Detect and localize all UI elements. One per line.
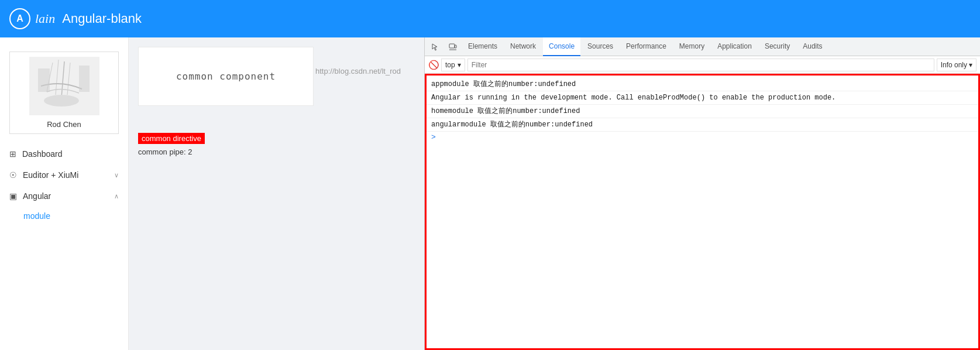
block-icon[interactable]: 🚫	[428, 60, 439, 70]
devtools-toolbar: 🚫 top ▾ Info only ▾	[425, 56, 980, 74]
angular-icon: ▣	[9, 191, 17, 201]
app-header: A lain Angular-blank	[0, 0, 980, 37]
directive-section: common directive common pipe: 2	[138, 133, 415, 156]
devtools-panel: Elements Network Console Sources Perform…	[424, 37, 980, 350]
console-prompt[interactable]: >	[427, 132, 978, 143]
tab-network[interactable]: Network	[504, 37, 542, 56]
sidebar-item-angular[interactable]: ▣ Angular ∧	[0, 186, 128, 207]
svg-rect-7	[79, 66, 90, 92]
blog-link: http://blog.csdn.net/lt_rod	[315, 67, 401, 76]
directive-badge: common directive	[138, 133, 205, 144]
filter-input[interactable]	[467, 59, 934, 71]
context-selector[interactable]: top ▾	[441, 59, 465, 71]
prompt-arrow: >	[431, 133, 436, 142]
sidebar-item-module[interactable]: module	[0, 207, 128, 225]
sidebar: Rod Chen ⊞ Dashboard ☉ Euditor + XiuMi ∨…	[0, 37, 129, 350]
info-only-dropdown-icon: ▾	[969, 61, 972, 69]
tab-console[interactable]: Console	[543, 37, 580, 56]
svg-rect-9	[455, 45, 456, 48]
tab-security[interactable]: Security	[759, 37, 796, 56]
tab-sources[interactable]: Sources	[582, 37, 619, 56]
pipe-text: common pipe: 2	[138, 147, 415, 156]
component-card: common component	[138, 47, 314, 106]
tab-performance[interactable]: Performance	[620, 37, 672, 56]
euditor-icon: ☉	[9, 170, 17, 180]
sidebar-item-euditor[interactable]: ☉ Euditor + XiuMi ∨	[0, 164, 128, 186]
tab-application[interactable]: Application	[711, 37, 758, 56]
console-output: appmodule 取值之前的number:undefined Angular …	[425, 74, 980, 350]
component-label: common component	[176, 71, 276, 82]
svg-rect-8	[449, 44, 455, 48]
euditor-label: Euditor + XiuMi	[23, 170, 78, 180]
logo-icon: A	[9, 8, 30, 29]
user-avatar	[29, 57, 99, 115]
angular-arrow: ∧	[114, 193, 119, 200]
logo-script: lain	[35, 11, 55, 26]
angular-label: Angular	[23, 191, 51, 201]
euditor-arrow: ∨	[114, 171, 119, 179]
console-line: Angular is running in the development mo…	[427, 91, 978, 105]
sidebar-item-dashboard[interactable]: ⊞ Dashboard	[0, 143, 128, 164]
console-line: appmodule 取值之前的number:undefined	[427, 78, 978, 91]
devtools-devices-icon[interactable]	[445, 39, 461, 55]
content-inner: common component common directive common…	[129, 37, 424, 166]
user-card: Rod Chen	[9, 52, 119, 134]
svg-rect-6	[38, 68, 50, 92]
dashboard-icon: ⊞	[9, 149, 16, 159]
tab-audits[interactable]: Audits	[797, 37, 828, 56]
console-line: angularmodule 取值之前的number:undefined	[427, 118, 978, 132]
main-layout: Rod Chen ⊞ Dashboard ☉ Euditor + XiuMi ∨…	[0, 37, 980, 350]
console-line: homemodule 取值之前的number:undefined	[427, 105, 978, 118]
content-area: common component common directive common…	[129, 37, 424, 350]
app-title: Angular-blank	[62, 11, 142, 26]
context-dropdown-icon: ▾	[458, 61, 461, 69]
tab-memory[interactable]: Memory	[673, 37, 710, 56]
logo-area: A lain	[9, 8, 55, 29]
devtools-tabs-bar: Elements Network Console Sources Perform…	[425, 37, 980, 56]
dashboard-label: Dashboard	[22, 149, 63, 159]
user-name: Rod Chen	[47, 120, 81, 129]
svg-point-5	[44, 95, 79, 107]
tab-elements[interactable]: Elements	[462, 37, 503, 56]
info-only-selector[interactable]: Info only ▾	[937, 59, 976, 71]
devtools-cursor-icon[interactable]	[427, 39, 443, 55]
